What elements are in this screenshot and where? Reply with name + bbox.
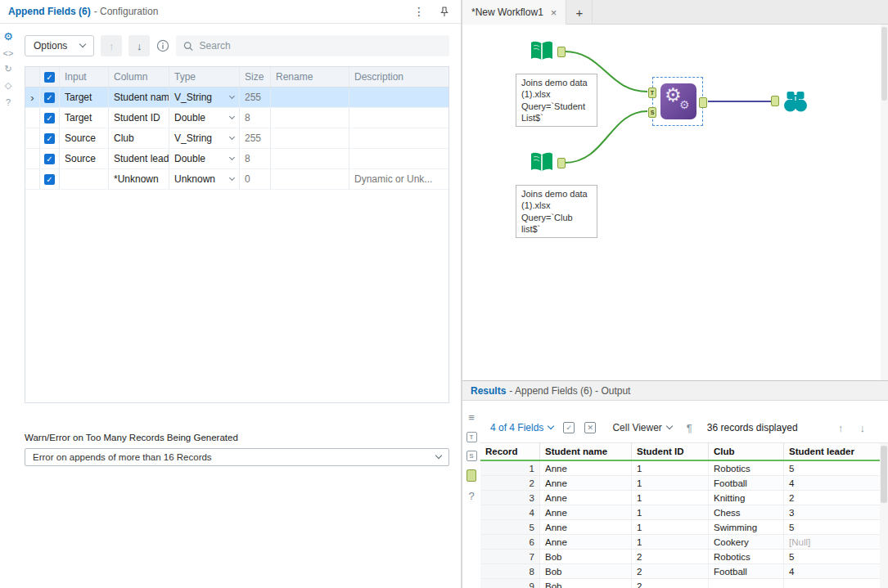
info-icon[interactable] <box>156 39 169 52</box>
rename-cell[interactable] <box>271 88 349 107</box>
input-data-tool-2[interactable] <box>528 149 556 177</box>
rename-cell[interactable] <box>271 149 349 168</box>
input-anchor[interactable] <box>771 96 779 106</box>
results-row[interactable]: 9Bob2 <box>480 579 880 588</box>
tool-annotation[interactable]: Joins demo data (1).xlsx Query=`Club lis… <box>516 185 597 238</box>
results-header-student-id[interactable]: Student ID <box>632 443 709 460</box>
output-anchor-button[interactable] <box>467 469 476 482</box>
results-header-record[interactable]: Record <box>480 443 540 460</box>
results-row[interactable]: 4Anne1Chess3 <box>480 505 880 520</box>
description-cell[interactable] <box>349 149 449 168</box>
close-tab-icon[interactable]: × <box>551 7 557 19</box>
results-header-student-name[interactable]: Student name <box>540 443 632 460</box>
target-input-anchor[interactable]: T <box>648 88 656 98</box>
type-value: V_String <box>174 92 212 103</box>
results-row[interactable]: 6Anne1Cookery[Null] <box>480 535 880 550</box>
type-dropdown[interactable]: Double <box>169 108 240 128</box>
rename-cell[interactable] <box>271 169 349 189</box>
results-row[interactable]: 3Anne1Knitting2 <box>480 491 880 505</box>
column-header-description[interactable]: Description <box>349 67 449 87</box>
config-table-row[interactable]: ✓SourceClubV_String255 <box>25 128 449 149</box>
scroll-down-icon[interactable]: ↓ <box>860 422 866 434</box>
cell-viewer-dropdown[interactable]: Cell Viewer <box>612 422 671 433</box>
output-anchor[interactable] <box>557 158 566 168</box>
rename-cell[interactable] <box>271 108 349 128</box>
scrollbar-thumb[interactable] <box>881 446 887 503</box>
move-up-button[interactable]: ↑ <box>101 35 122 56</box>
whitespace-toggle-icon[interactable]: ¶ <box>687 422 692 434</box>
input-data-tool-1[interactable] <box>528 38 556 65</box>
help-icon[interactable]: ? <box>468 490 474 502</box>
select-all-fields-icon[interactable]: ✓ <box>563 422 575 433</box>
tool-annotation[interactable]: Joins demo data (1).xlsx Query=`Student … <box>516 74 597 127</box>
description-cell[interactable] <box>349 108 449 128</box>
config-toolbar: Options ↑ ↓ <box>25 35 449 56</box>
scroll-up-icon[interactable]: ↑ <box>838 422 844 434</box>
fields-dropdown[interactable]: 4 of 4 Fields <box>490 422 553 433</box>
row-expand-cell[interactable] <box>25 169 40 189</box>
description-cell[interactable] <box>349 128 449 148</box>
workflow-canvas[interactable]: Joins demo data (1).xlsx Query=`Student … <box>462 25 888 380</box>
pin-icon[interactable] <box>435 7 454 17</box>
rename-cell[interactable] <box>271 128 349 148</box>
row-checkbox[interactable]: ✓ <box>44 92 55 103</box>
deselect-all-fields-icon[interactable]: ✕ <box>584 422 596 433</box>
config-table-row[interactable]: ›✓TargetStudent nameV_String255 <box>25 88 449 108</box>
output-anchor[interactable] <box>699 97 707 108</box>
source-input-anchor[interactable]: S <box>648 107 656 118</box>
canvas-scrollbar[interactable] <box>881 25 888 380</box>
tag-icon[interactable]: ◇ <box>2 79 15 92</box>
source-anchor-button[interactable]: S <box>467 451 477 461</box>
column-header-column[interactable]: Column <box>109 67 169 87</box>
type-dropdown[interactable]: V_String <box>169 128 240 148</box>
results-row[interactable]: 2Anne1Football4 <box>480 476 880 491</box>
fields-dropdown-label: 4 of 4 Fields <box>490 422 543 433</box>
append-fields-tool[interactable]: ⚙ ⚙ T S <box>652 77 703 126</box>
output-anchor[interactable] <box>557 47 566 57</box>
column-header-rename[interactable]: Rename <box>271 67 349 87</box>
results-row[interactable]: 7Bob2Robotics5 <box>480 550 880 564</box>
results-row[interactable]: 5Anne1Swimming5 <box>480 520 880 535</box>
search-input-field[interactable] <box>200 40 442 52</box>
config-panel-subtitle: - Configuration <box>94 6 159 17</box>
target-anchor-button[interactable]: T <box>467 432 477 442</box>
configuration-gear-icon[interactable]: ⚙ <box>2 30 15 43</box>
new-tab-button[interactable]: + <box>566 0 593 25</box>
row-checkbox[interactable]: ✓ <box>44 174 55 185</box>
column-header-size[interactable]: Size <box>240 67 271 87</box>
scrollbar-thumb[interactable] <box>881 27 887 101</box>
messages-icon[interactable]: ≡ <box>468 411 475 424</box>
type-dropdown[interactable]: V_String <box>169 88 240 107</box>
row-expand-cell[interactable] <box>25 149 40 168</box>
config-table-row[interactable]: ✓SourceStudent leaderDouble8 <box>25 149 449 169</box>
select-all-checkbox[interactable]: ✓ <box>44 72 55 83</box>
help-icon[interactable]: ? <box>2 96 15 108</box>
row-expand-cell[interactable]: › <box>25 88 40 107</box>
results-header-club[interactable]: Club <box>709 443 784 460</box>
results-header-student-leader[interactable]: Student leader <box>784 443 880 460</box>
move-down-button[interactable]: ↓ <box>128 35 150 56</box>
column-header-input[interactable]: Input <box>60 67 109 87</box>
search-input[interactable] <box>176 35 449 56</box>
tab-new-workflow1[interactable]: *New Workflow1 × <box>462 0 566 25</box>
warn-error-select[interactable]: Error on appends of more than 16 Records <box>25 448 449 466</box>
browse-tool[interactable] <box>782 87 809 114</box>
config-table-row[interactable]: ✓*UnknownUnknown0Dynamic or Unk... <box>25 169 449 190</box>
refresh-icon[interactable]: ↻ <box>2 63 15 75</box>
xml-view-icon[interactable]: <> <box>2 47 15 59</box>
column-header-type[interactable]: Type <box>169 67 240 87</box>
config-table-row[interactable]: ✓TargetStudent IDDouble8 <box>25 108 449 128</box>
type-dropdown[interactable]: Unknown <box>169 169 240 189</box>
options-button[interactable]: Options <box>25 35 94 56</box>
row-expand-cell[interactable] <box>25 108 40 128</box>
results-row[interactable]: 1Anne1Robotics5 <box>480 461 880 476</box>
row-checkbox[interactable]: ✓ <box>44 113 55 123</box>
description-cell[interactable]: Dynamic or Unk... <box>349 169 449 189</box>
results-row[interactable]: 8Bob2Football4 <box>480 564 880 579</box>
more-options-icon[interactable]: ⋮ <box>403 5 435 18</box>
row-checkbox[interactable]: ✓ <box>44 154 55 164</box>
description-cell[interactable] <box>349 88 449 107</box>
row-checkbox[interactable]: ✓ <box>44 133 55 144</box>
type-dropdown[interactable]: Double <box>169 149 240 168</box>
row-expand-cell[interactable] <box>25 128 40 148</box>
